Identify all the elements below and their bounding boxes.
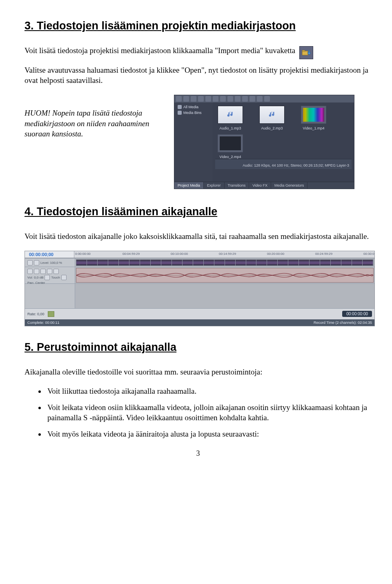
pm-tool-icon[interactable] bbox=[235, 96, 241, 102]
track-vol-label: Vol: bbox=[27, 276, 33, 279]
section4-heading: 4. Tiedostojen lisääminen aikajanalle bbox=[24, 205, 372, 218]
empty-track-area[interactable] bbox=[75, 284, 374, 308]
pm-toolbar bbox=[174, 95, 354, 103]
bullet-item: Voit liikuttaa tiedostoja aikajanalla ra… bbox=[46, 386, 372, 397]
video-track-head[interactable]: Level: 100,0 % bbox=[25, 259, 75, 267]
timeline-ruler-ticks[interactable]: 0:00:00:00 00:04:59:29 00:10:00:00 00:14… bbox=[74, 251, 374, 258]
pm-tool-icon[interactable] bbox=[213, 96, 218, 102]
video-thumbnail-icon bbox=[301, 106, 326, 124]
pm-sidebar-label: All Media bbox=[183, 105, 198, 109]
pm-tool-icon[interactable] bbox=[242, 96, 248, 102]
timeline-complete: Complete: 00:00:11 bbox=[27, 321, 60, 325]
pm-tab-video-fx[interactable]: Video FX bbox=[249, 182, 271, 189]
pm-sidebar-media-bins[interactable]: Media Bins bbox=[176, 110, 211, 116]
pm-status: Audio: 128 Kbps, 44 100 Hz, Stereo; 00:2… bbox=[215, 159, 352, 169]
mp3-icon bbox=[259, 106, 285, 124]
import-media-icon bbox=[299, 46, 313, 59]
pm-tab-explorer[interactable]: Explorer bbox=[204, 182, 225, 189]
pm-thumb-label: Audio_2.mp3 bbox=[257, 126, 287, 130]
timeline: 00:00:00;00 0:00:00:00 00:04:59:29 00:10… bbox=[24, 251, 375, 326]
pm-tool-icon[interactable] bbox=[220, 96, 226, 102]
section4-para1: Voit lisätä tiedoston aikajanalle joko k… bbox=[24, 231, 372, 242]
transport-play-icon[interactable] bbox=[48, 311, 54, 317]
track-button-icon[interactable] bbox=[27, 269, 33, 274]
pm-tab-project-media[interactable]: Project Media bbox=[174, 182, 204, 189]
track-touch-label: Touch bbox=[51, 276, 60, 279]
ruler-tick: 0:00:00:00 bbox=[75, 252, 91, 256]
project-media-panel: All Media Media Bins Audio_1.mp3 bbox=[174, 95, 354, 189]
page-number: 3 bbox=[24, 449, 372, 458]
pm-thumb-label: Video_1.mp4 bbox=[298, 126, 329, 130]
pm-thumb-video[interactable]: Video_1.mp4 bbox=[298, 106, 329, 130]
pm-thumb-audio[interactable]: Audio_2.mp3 bbox=[257, 106, 287, 130]
track-button-icon[interactable] bbox=[61, 275, 67, 280]
ruler-tick: 00:10:00:00 bbox=[171, 252, 188, 256]
video-thumbnail-icon bbox=[218, 134, 243, 152]
audio-track[interactable] bbox=[75, 267, 374, 283]
ruler-tick: 00:20:00:00 bbox=[267, 252, 284, 256]
pm-sidebar-all-media[interactable]: All Media bbox=[176, 104, 211, 110]
pm-tool-icon[interactable] bbox=[257, 96, 263, 102]
track-button-icon[interactable] bbox=[47, 269, 52, 274]
ruler-tick: 00:24:59:29 bbox=[315, 252, 332, 256]
pm-tool-icon[interactable] bbox=[205, 96, 211, 102]
pm-tool-icon[interactable] bbox=[198, 96, 204, 102]
video-clip[interactable] bbox=[76, 259, 374, 266]
track-button-icon[interactable] bbox=[34, 269, 39, 274]
timeline-ruler[interactable]: 00:00:00;00 0:00:00:00 00:04:59:29 00:10… bbox=[25, 251, 374, 258]
bullet-item: Voit myös leikata videota ja ääniraitoja… bbox=[46, 429, 372, 439]
mp3-icon bbox=[218, 106, 243, 124]
timeline-timecode[interactable]: 00:00:00;00 bbox=[25, 251, 74, 258]
audio-clip[interactable] bbox=[76, 268, 374, 283]
timeline-transport: Rate: 0,00 00:00:00:00 bbox=[25, 308, 374, 319]
pm-tool-icon[interactable] bbox=[176, 96, 182, 102]
ruler-tick: 00:14:59:29 bbox=[219, 252, 236, 256]
pm-thumb-label: Audio_1.mp3 bbox=[215, 126, 245, 130]
section5-intro: Aikajanalla oleville tiedostoille voi su… bbox=[24, 367, 372, 377]
timeline-footer: Complete: 00:00:11 Record Time (2 channe… bbox=[25, 319, 374, 326]
video-track[interactable] bbox=[75, 259, 374, 267]
pm-thumbnails: Audio_1.mp3 Audio_2.mp3 Video_1.mp4 bbox=[213, 103, 354, 182]
pm-tool-icon[interactable] bbox=[227, 96, 233, 102]
pm-sidebar-label: Media Bins bbox=[183, 111, 202, 115]
track-button-icon[interactable] bbox=[27, 260, 33, 265]
pm-tool-icon[interactable] bbox=[191, 96, 196, 102]
pm-thumb-label: Video_2.mp4 bbox=[215, 155, 245, 159]
section3-huom: HUOM! Nopein tapa lisätä tiedostoja medi… bbox=[24, 95, 167, 180]
transport-rate: Rate: 0,00 bbox=[27, 312, 45, 316]
timeline-record-time: Record Time (2 channels): 02:04:35 bbox=[314, 321, 372, 325]
pm-sidebar: All Media Media Bins bbox=[174, 103, 213, 182]
empty-track-head[interactable] bbox=[25, 284, 75, 308]
bullet-item: Voit leikata videon osiin klikkaamalla v… bbox=[46, 402, 372, 423]
pm-tabs: Project Media Explorer Transitions Video… bbox=[174, 182, 354, 189]
pm-tool-icon[interactable] bbox=[249, 96, 255, 102]
track-button-icon[interactable] bbox=[34, 260, 39, 265]
svg-rect-1 bbox=[302, 50, 305, 51]
pm-tab-media-generators[interactable]: Media Generators bbox=[271, 182, 307, 189]
track-level-label: Level: 100,0 % bbox=[40, 261, 62, 265]
audio-track-head[interactable]: Vol: 0,0 dB Touch Pan: Center bbox=[25, 267, 75, 283]
waveform-icon bbox=[76, 268, 373, 282]
pm-thumb-audio[interactable]: Audio_1.mp3 bbox=[215, 106, 245, 130]
transport-timecode[interactable]: 00:00:00:00 bbox=[342, 311, 372, 317]
section5-heading: 5. Perustoiminnot aikajanalla bbox=[24, 341, 372, 354]
section5-bullets: Voit liikuttaa tiedostoja aikajanalla ra… bbox=[24, 386, 372, 439]
pm-tab-transitions[interactable]: Transitions bbox=[225, 182, 249, 189]
section3-para1: Voit lisätä tiedostoja projektisi mediak… bbox=[24, 45, 295, 56]
track-vol-value: 0,0 dB bbox=[34, 276, 43, 279]
track-button-icon[interactable] bbox=[53, 269, 59, 274]
pm-tool-icon[interactable] bbox=[264, 96, 270, 102]
section3-para2: Valitse avautuvassa haluamasi tiedostot … bbox=[24, 65, 372, 86]
ruler-tick: 00:30:00:00 bbox=[363, 252, 374, 256]
track-button-icon[interactable] bbox=[45, 275, 50, 280]
section3-heading: 3. Tiedostojen lisääminen projektin medi… bbox=[24, 20, 372, 32]
ruler-tick: 00:04:59:29 bbox=[122, 252, 140, 256]
pm-tool-icon[interactable] bbox=[183, 96, 189, 102]
track-button-icon[interactable] bbox=[40, 269, 46, 274]
pm-thumb-video[interactable]: Video_2.mp4 bbox=[215, 134, 245, 159]
